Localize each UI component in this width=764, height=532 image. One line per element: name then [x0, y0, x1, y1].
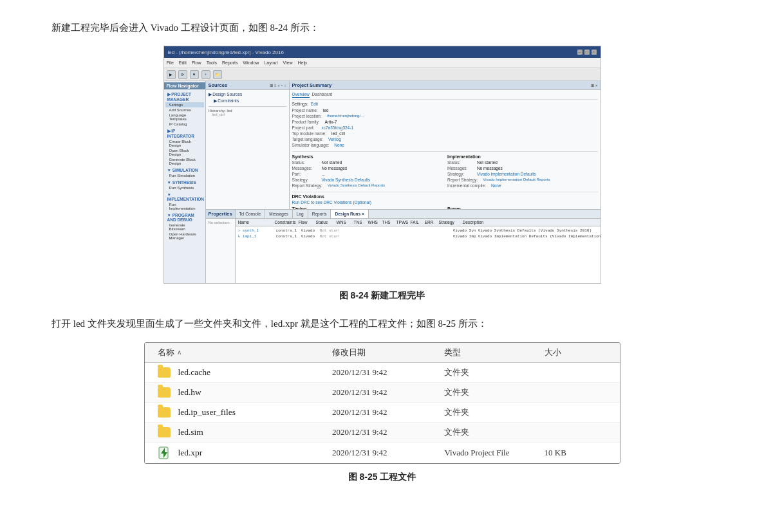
design-runs-header: Name Constraints Flow Status WNS TNS WHS… [236, 219, 601, 226]
log-tabs: Tcl Console Messages Log Reports Design … [236, 210, 601, 219]
impl-strategy: Strategy: Vivado Implementation Defaults [447, 172, 598, 176]
sources-panel-title: Sources [209, 82, 228, 88]
properties-body: No selection [206, 219, 235, 283]
impl-incremental: Incremental compile: None [447, 183, 598, 188]
sidebar-item-ip-catalog: IP Catalog [165, 122, 204, 127]
col-header-size: 大小 [545, 347, 607, 358]
col-err: ERR [425, 220, 438, 225]
sidebar-program-debug: ▼ PROGRAM AND DEBUG Generate Bitstream O… [164, 212, 205, 241]
figure-25-caption: 图 8-25 工程文件 [51, 472, 713, 483]
synth-status: Status: Not started [292, 160, 443, 165]
file-row: led.hw2020/12/31 9:42文件夹 [145, 383, 620, 403]
vivado-toolbar: ▶ ⟳ ▼ + 📁 [164, 68, 601, 81]
tab-design-runs: Design Runs × [331, 210, 368, 218]
file-date: 2020/12/31 9:42 [332, 407, 445, 417]
file-name-text: led.cache [178, 367, 211, 378]
synth-part: Part: ... [292, 172, 443, 176]
toolbar-btn-4: + [201, 70, 210, 79]
sources-panel: Sources ⊞ ≡ + − ↕ ▶ Design Sources ▶ Con… [206, 81, 290, 209]
file-name-text: led.sim [178, 427, 203, 437]
folder-icon [158, 367, 171, 378]
timing-col: Timing [292, 206, 443, 209]
col-status: Status [316, 220, 335, 225]
sort-arrow-icon: ∧ [177, 349, 182, 356]
menu-edit: Edit [179, 60, 187, 65]
col-wns: WNS [337, 220, 353, 225]
settings-edit: Settings: Edit [292, 102, 598, 106]
sidebar-item-gen-block: Generate Block Design [165, 157, 204, 166]
sources-panel-icons: ⊞ ≡ + − ↕ [270, 83, 286, 87]
col-header-name: 名称 ∧ [158, 347, 332, 358]
sidebar-project-manager: ▶ PROJECT MANAGER Settings Add Sources L… [164, 91, 205, 127]
design-runs-body: ▷ synth_1 constrs_1 Vivado S... Not star… [236, 226, 601, 283]
properties-header: Properties [206, 210, 235, 219]
sidebar-group-syn: ▼ SYNTHESIS [165, 179, 204, 185]
col-header-type: 类型 [444, 347, 544, 358]
vivado-screenshot: led - [/home/chenjindong/led/led.xpr] - … [163, 46, 601, 284]
sidebar-implementation: ▼ IMPLEMENTATION Run Implementation [164, 191, 205, 212]
file-date: 2020/12/31 9:42 [332, 367, 445, 378]
menu-tools: Tools [207, 60, 217, 65]
impl-messages: Messages: No messages [447, 166, 598, 170]
folder-icon [158, 387, 171, 398]
synth-report: Report Strategy: Vivado Synthesis Defaul… [292, 183, 443, 188]
sidebar-ip-integrator: ▶ IP INTEGRATOR Create Block Design Open… [164, 127, 205, 167]
overview-tab: Overview [292, 92, 310, 98]
vivado-menubar: File Edit Flow Tools Reports Window Layo… [164, 58, 601, 68]
sources-design-sources: ▶ Design Sources [209, 92, 286, 97]
file-row: led.ip_user_files2020/12/31 9:42文件夹 [145, 403, 620, 423]
dashboard-tab: Dashboard [312, 92, 333, 98]
vivado-main-area: Flow Navigator ▶ PROJECT MANAGER Setting… [164, 81, 601, 283]
sidebar-item-run-sim: Run Simulation [165, 173, 204, 178]
sidebar-simulation: ▼ SIMULATION Run Simulation [164, 167, 205, 179]
tab-messages: Messages [265, 210, 293, 218]
col-tns: TNS [354, 220, 367, 225]
file-rows-container: led.cache2020/12/31 9:42文件夹led.hw2020/12… [145, 363, 620, 463]
design-run-row-2: ↳ impl_1 constrs_1 Vivado I... Not start… [238, 234, 601, 239]
impl-status: Status: Not started [447, 160, 598, 165]
project-summary-title: Project Summary [292, 82, 332, 88]
file-name-cell: led.sim [158, 427, 332, 437]
maximize-btn: □ [584, 50, 590, 55]
file-explorer: 名称 ∧ 修改日期 类型 大小 led.cache2020/12/31 9:42… [144, 342, 620, 464]
file-explorer-header: 名称 ∧ 修改日期 类型 大小 [145, 343, 620, 363]
menu-layout: Layout [264, 60, 277, 65]
col-strategy: Strategy [439, 220, 461, 225]
file-date: 2020/12/31 9:42 [332, 427, 445, 437]
project-summary-header: Project Summary ⊞ × [290, 81, 601, 90]
impl-report: Report Strategy: Vivado Implementation D… [447, 178, 598, 182]
menu-help: Help [297, 60, 306, 65]
toolbar-btn-5: 📁 [213, 70, 222, 79]
file-type: 文件夹 [444, 407, 544, 418]
col-name: Name [238, 220, 274, 225]
sidebar-header: Flow Navigator [164, 82, 205, 89]
tab-tcl-console: Tcl Console [236, 210, 266, 218]
col-constraints: Constraints [275, 220, 297, 225]
sidebar-group-ip: ▶ IP INTEGRATOR [165, 128, 204, 139]
vivado-window-buttons: ─ □ × [577, 50, 597, 55]
sidebar-item-create-block: Create Block Design [165, 139, 204, 148]
body-text: 打开 led 文件夹发现里面生成了一些文件夹和文件，led.xpr 就是这个工程… [51, 315, 713, 333]
file-name-text: led.ip_user_files [178, 407, 236, 417]
file-date: 2020/12/31 9:42 [332, 448, 445, 458]
col-fail: FAIL [411, 220, 424, 225]
menu-window: Window [243, 60, 259, 65]
properties-panel: Properties No selection [206, 210, 236, 283]
synthesis-col: Synthesis Status: Not started Messages: … [292, 154, 443, 189]
sources-hierarchy: Hierarchy: led led_ctrl [209, 106, 286, 116]
synth-messages: Messages: No messages [292, 166, 443, 170]
sidebar-item-gen-bit: Generate Bitstream [165, 223, 204, 232]
col-ths: THS [382, 220, 395, 225]
file-row: led.sim2020/12/31 9:42文件夹 [145, 423, 620, 443]
product-family-row: Product family: Artix-7 [292, 120, 598, 124]
vivado-top-panels: Sources ⊞ ≡ + − ↕ ▶ Design Sources ▶ Con… [206, 81, 601, 210]
toolbar-btn-3: ▼ [190, 70, 199, 79]
file-type: 文件夹 [444, 367, 544, 378]
col-tpws: TPWS [396, 220, 409, 225]
implementation-col: Implementation Status: Not started Messa… [447, 154, 598, 189]
toolbar-btn-2: ⟳ [178, 70, 187, 79]
project-summary-body: Overview Dashboard Settings: Edit Projec… [290, 90, 601, 209]
sidebar-group-sim: ▼ SIMULATION [165, 167, 204, 173]
power-col: Power Run Timing Analysis or implement..… [447, 206, 598, 209]
vivado-bottom-panels: Properties No selection Tcl Console Mess… [206, 210, 601, 283]
